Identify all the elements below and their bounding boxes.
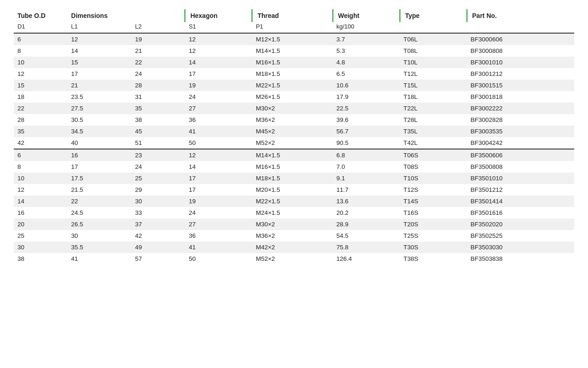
cell-weight: 4.8 (333, 57, 400, 68)
table-row: 6121912M12×1.53.7T06LBF3000606 (14, 34, 574, 45)
cell-weight: 6.5 (333, 68, 400, 80)
col-header-hexagon: Hexagon (185, 9, 252, 22)
cell-d1: 38 (14, 253, 68, 264)
cell-d1: 6 (14, 34, 68, 45)
cell-d1: 8 (14, 161, 68, 172)
col-header-tube: Tube O.D (14, 9, 68, 22)
table-row: 6162312M14×1.56.8T06SBF3500606 (14, 149, 574, 161)
cell-l1: 41 (68, 253, 131, 264)
cell-type: T20S (400, 218, 467, 230)
cell-type: T06L (400, 34, 467, 45)
cell-type: T12L (400, 68, 467, 80)
cell-l1: 34.5 (68, 126, 131, 137)
header-top-row: Tube O.D Dimensions Hexagon Thread Weigh… (14, 9, 574, 22)
cell-d1: 18 (14, 91, 68, 103)
cell-partno: BF3004242 (467, 137, 574, 149)
cell-l1: 16 (68, 149, 131, 161)
cell-s1: 41 (185, 126, 252, 137)
cell-l1: 22 (68, 196, 131, 207)
cell-l1: 35.5 (68, 242, 131, 253)
table-row: 42405150M52×290.5T42LBF3004242 (14, 137, 574, 149)
cell-d1: 12 (14, 68, 68, 80)
cell-partno: BF3501212 (467, 184, 574, 196)
cell-s1: 50 (185, 253, 252, 264)
cell-d1: 42 (14, 137, 68, 149)
cell-p1: M30×2 (252, 103, 333, 114)
cell-l2: 22 (131, 57, 185, 68)
cell-l1: 17 (68, 161, 131, 172)
cell-d1: 12 (14, 184, 68, 196)
cell-partno: BF3501010 (467, 172, 574, 184)
cell-partno: BF3001818 (467, 91, 574, 103)
table-row: 1221.52917M20×1.511.7T12SBF3501212 (14, 184, 574, 196)
col-header-type: Type (400, 9, 467, 22)
cell-type: T18L (400, 91, 467, 103)
table-row: 15212819M22×1.510.6T15LBF3001515 (14, 80, 574, 91)
cell-type: T30S (400, 242, 467, 253)
table-row: 10152214M16×1.54.8T10LBF3001010 (14, 57, 574, 68)
table-row: 1017.52517M18×1.59.1T10SBF3501010 (14, 172, 574, 184)
cell-type: T12S (400, 184, 467, 196)
cell-p1: M14×1.5 (252, 149, 333, 161)
cell-p1: M24×1.5 (252, 207, 333, 218)
cell-partno: BF3500808 (467, 161, 574, 172)
table-body: 6121912M12×1.53.7T06LBF30006068142112M14… (14, 34, 574, 264)
cell-l2: 23 (131, 149, 185, 161)
cell-p1: M16×1.5 (252, 161, 333, 172)
cell-weight: 7.0 (333, 161, 400, 172)
table-row: 1823.53124M26×1.517.9T18LBF3001818 (14, 91, 574, 103)
cell-d1: 22 (14, 103, 68, 114)
cell-s1: 14 (185, 161, 252, 172)
cell-type: T10L (400, 57, 467, 68)
col-subheader-d1: D1 (14, 22, 68, 33)
cell-partno: BF3502525 (467, 230, 574, 242)
cell-p1: M18×1.5 (252, 172, 333, 184)
cell-weight: 11.7 (333, 184, 400, 196)
cell-type: T10S (400, 172, 467, 184)
cell-s1: 24 (185, 91, 252, 103)
cell-p1: M30×2 (252, 218, 333, 230)
cell-weight: 28.9 (333, 218, 400, 230)
cell-l2: 57 (131, 253, 185, 264)
cell-s1: 12 (185, 149, 252, 161)
cell-l1: 14 (68, 45, 131, 57)
data-table: Tube O.D Dimensions Hexagon Thread Weigh… (14, 9, 574, 264)
cell-type: T28L (400, 114, 467, 126)
cell-p1: M12×1.5 (252, 34, 333, 45)
cell-p1: M18×1.5 (252, 68, 333, 80)
cell-p1: M52×2 (252, 137, 333, 149)
cell-l2: 28 (131, 80, 185, 91)
cell-d1: 8 (14, 45, 68, 57)
cell-l1: 21.5 (68, 184, 131, 196)
main-table-container: Tube O.D Dimensions Hexagon Thread Weigh… (14, 9, 574, 264)
cell-s1: 19 (185, 196, 252, 207)
cell-weight: 126.4 (333, 253, 400, 264)
cell-partno: BF3000808 (467, 45, 574, 57)
cell-l1: 15 (68, 57, 131, 68)
cell-l2: 45 (131, 126, 185, 137)
col-subheader-p1: P1 (252, 22, 333, 33)
cell-s1: 19 (185, 80, 252, 91)
cell-s1: 24 (185, 207, 252, 218)
cell-partno: BF3501616 (467, 207, 574, 218)
cell-l1: 17.5 (68, 172, 131, 184)
cell-l2: 24 (131, 68, 185, 80)
cell-type: T14S (400, 196, 467, 207)
cell-s1: 36 (185, 114, 252, 126)
header-sub-row: D1 L1 L2 S1 P1 kg/100 (14, 22, 574, 33)
cell-type: T35L (400, 126, 467, 137)
col-subheader-kg: kg/100 (333, 22, 400, 33)
cell-weight: 6.8 (333, 149, 400, 161)
cell-d1: 28 (14, 114, 68, 126)
cell-partno: BF3003535 (467, 126, 574, 137)
cell-d1: 16 (14, 207, 68, 218)
table-row: 8142112M14×1.55.3T08LBF3000808 (14, 45, 574, 57)
cell-l1: 40 (68, 137, 131, 149)
cell-partno: BF3502020 (467, 218, 574, 230)
cell-type: T16S (400, 207, 467, 218)
cell-weight: 75.8 (333, 242, 400, 253)
cell-d1: 30 (14, 242, 68, 253)
cell-l1: 21 (68, 80, 131, 91)
col-header-dim2 (131, 9, 185, 22)
cell-p1: M14×1.5 (252, 45, 333, 57)
